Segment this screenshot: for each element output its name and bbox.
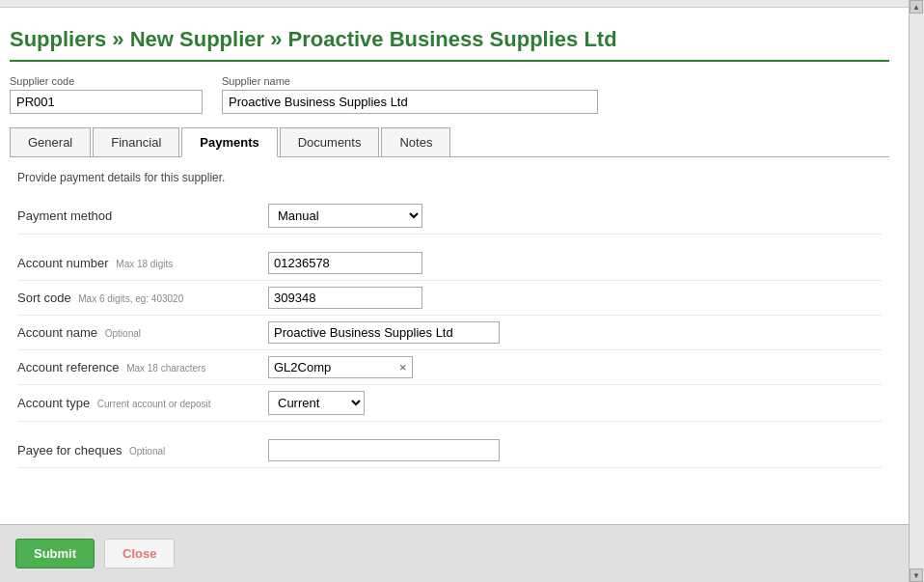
payment-method-label: Payment method [17,208,268,223]
account-number-row: Account number Max 18 digits [17,246,882,281]
right-scrollbar: ▲ ▼ [909,0,924,582]
supplier-name-input[interactable] [222,90,598,114]
account-number-label: Account number Max 18 digits [17,256,268,270]
tab-documents[interactable]: Documents [280,127,380,157]
account-number-input-wrapper [268,252,882,274]
supplier-name-label: Supplier name [222,75,598,87]
payment-method-input-wrapper: Manual BACS Cheque Credit Card [268,204,882,228]
spacer-row-2 [17,422,882,433]
account-number-input[interactable] [268,252,422,274]
close-button[interactable]: Close [104,539,175,568]
account-reference-input-wrapper: × [268,356,882,378]
account-name-row: Account name Optional [17,316,882,350]
account-reference-input[interactable] [269,357,394,377]
account-type-row: Account type Current account or deposit … [17,385,882,422]
supplier-fields-row: Supplier code Supplier name [10,75,889,114]
submit-button[interactable]: Submit [15,539,95,568]
bottom-bar: Submit Close [0,524,909,582]
payee-cheques-row: Payee for cheques Optional [17,433,882,468]
account-type-label: Account type Current account or deposit [17,396,268,410]
tab-description: Provide payment details for this supplie… [17,171,882,184]
payee-cheques-input-wrapper [268,439,882,461]
account-ref-field-wrapper: × [268,356,413,378]
sort-code-row: Sort code Max 6 digits, eg: 403020 [17,281,882,316]
main-content: Suppliers » New Supplier » Proactive Bus… [0,8,909,524]
supplier-code-label: Supplier code [10,75,203,87]
account-type-input-wrapper: Current Deposit [268,391,882,415]
supplier-name-group: Supplier name [222,75,598,114]
tab-general[interactable]: General [10,127,91,157]
scroll-up-arrow[interactable]: ▲ [910,0,923,14]
tabs-row: General Financial Payments Documents Not… [10,127,889,157]
sort-code-input-wrapper [268,287,882,309]
payee-cheques-label: Payee for cheques Optional [17,443,268,457]
sort-code-label: Sort code Max 6 digits, eg: 403020 [17,291,268,305]
payments-form: Payment method Manual BACS Cheque Credit… [17,198,882,468]
payee-cheques-input[interactable] [268,439,500,461]
scroll-down-arrow[interactable]: ▼ [910,568,923,582]
tab-notes[interactable]: Notes [381,127,450,157]
top-bar [0,0,924,8]
sort-code-input[interactable] [268,287,422,309]
account-reference-row: Account reference Max 18 characters × [17,350,882,385]
account-name-input[interactable] [268,321,500,344]
supplier-code-group: Supplier code [10,75,203,114]
account-type-select[interactable]: Current Deposit [268,391,365,415]
tab-content: Provide payment details for this supplie… [10,156,889,478]
tab-payments[interactable]: Payments [181,127,277,157]
tab-financial[interactable]: Financial [93,127,179,157]
page-wrapper: ▲ ▼ Suppliers » New Supplier » Proactive… [0,0,924,582]
page-title: Suppliers » New Supplier » Proactive Bus… [10,17,889,62]
account-name-input-wrapper [268,321,882,344]
account-reference-clear-button[interactable]: × [394,360,412,374]
payment-method-row: Payment method Manual BACS Cheque Credit… [17,198,882,235]
supplier-code-input[interactable] [10,90,203,114]
account-name-label: Account name Optional [17,325,268,340]
spacer-row [17,235,882,246]
content-area: Suppliers » New Supplier » Proactive Bus… [0,8,909,582]
payment-method-select[interactable]: Manual BACS Cheque Credit Card [268,204,422,228]
account-reference-label: Account reference Max 18 characters [17,360,268,374]
